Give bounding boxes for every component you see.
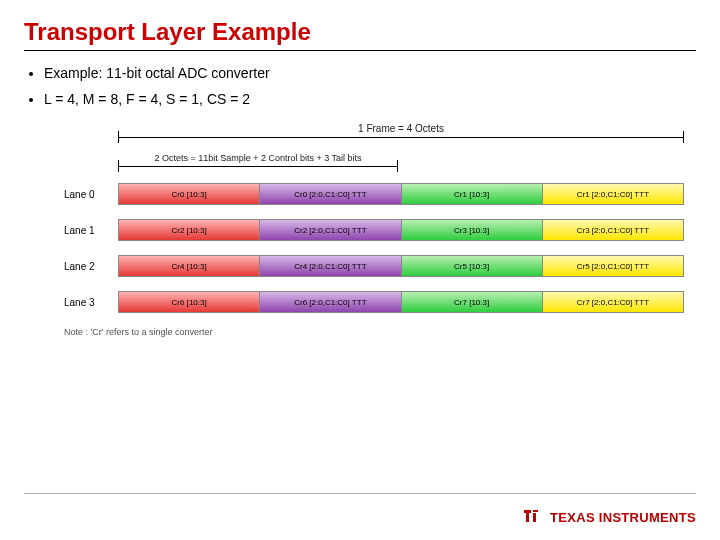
lane-cell: Cr6 [2:0,C1:C0] TTT — [259, 292, 400, 312]
lane-cell: Cr3 [10:3] — [401, 220, 542, 240]
lane-label: Lane 1 — [64, 225, 118, 236]
lane-label: Lane 2 — [64, 261, 118, 272]
ti-logo-text: TEXAS INSTRUMENTS — [550, 510, 696, 525]
lane-cells: Cr0 [10:3]Cr0 [2:0,C1:C0] TTTCr1 [10:3]C… — [118, 183, 684, 205]
lane-cell: Cr4 [10:3] — [118, 256, 259, 276]
lane-cell: Cr3 [2:0,C1:C0] TTT — [542, 220, 684, 240]
lane-row: Lane 1Cr2 [10:3]Cr2 [2:0,C1:C0] TTTCr3 [… — [64, 219, 684, 241]
ti-logo: TEXAS INSTRUMENTS — [522, 508, 696, 526]
lane-cell: Cr4 [2:0,C1:C0] TTT — [259, 256, 400, 276]
lane-cell: Cr7 [10:3] — [401, 292, 542, 312]
diagram-note: Note : 'Cr' refers to a single converter — [64, 327, 696, 337]
lane-cell: Cr2 [10:3] — [118, 220, 259, 240]
lane-cell: Cr2 [2:0,C1:C0] TTT — [259, 220, 400, 240]
lane-cells: Cr2 [10:3]Cr2 [2:0,C1:C0] TTTCr3 [10:3]C… — [118, 219, 684, 241]
lane-label: Lane 0 — [64, 189, 118, 200]
footer-rule — [24, 493, 696, 494]
octet-span: 2 Octets = 11bit Sample + 2 Control bits… — [118, 155, 398, 177]
bullet-item: Example: 11-bit octal ADC converter — [44, 65, 696, 81]
octet-label: 2 Octets = 11bit Sample + 2 Control bits… — [118, 153, 398, 163]
slide-title: Transport Layer Example — [24, 18, 696, 46]
lane-row: Lane 0Cr0 [10:3]Cr0 [2:0,C1:C0] TTTCr1 [… — [64, 183, 684, 205]
bullet-item: L = 4, M = 8, F = 4, S = 1, CS = 2 — [44, 91, 696, 107]
lane-cell: Cr5 [2:0,C1:C0] TTT — [542, 256, 684, 276]
ti-logo-icon — [522, 508, 544, 526]
frame-label: 1 Frame = 4 Octets — [118, 123, 684, 134]
frame-span: 1 Frame = 4 Octets — [118, 125, 684, 151]
octet-bar — [118, 166, 398, 167]
lane-row: Lane 2Cr4 [10:3]Cr4 [2:0,C1:C0] TTTCr5 [… — [64, 255, 684, 277]
bullet-list: Example: 11-bit octal ADC converter L = … — [30, 65, 696, 107]
lane-cell: Cr1 [10:3] — [401, 184, 542, 204]
lane-cells: Cr6 [10:3]Cr6 [2:0,C1:C0] TTTCr7 [10:3]C… — [118, 291, 684, 313]
lane-row: Lane 3Cr6 [10:3]Cr6 [2:0,C1:C0] TTTCr7 [… — [64, 291, 684, 313]
lane-cell: Cr5 [10:3] — [401, 256, 542, 276]
title-rule — [24, 50, 696, 51]
frame-bar — [118, 137, 684, 138]
lane-cell: Cr0 [2:0,C1:C0] TTT — [259, 184, 400, 204]
lane-cell: Cr7 [2:0,C1:C0] TTT — [542, 292, 684, 312]
lane-cell: Cr1 [2:0,C1:C0] TTT — [542, 184, 684, 204]
lane-cell: Cr0 [10:3] — [118, 184, 259, 204]
lane-diagram: 1 Frame = 4 Octets 2 Octets = 11bit Samp… — [64, 125, 684, 313]
lane-cells: Cr4 [10:3]Cr4 [2:0,C1:C0] TTTCr5 [10:3]C… — [118, 255, 684, 277]
lane-label: Lane 3 — [64, 297, 118, 308]
lane-cell: Cr6 [10:3] — [118, 292, 259, 312]
